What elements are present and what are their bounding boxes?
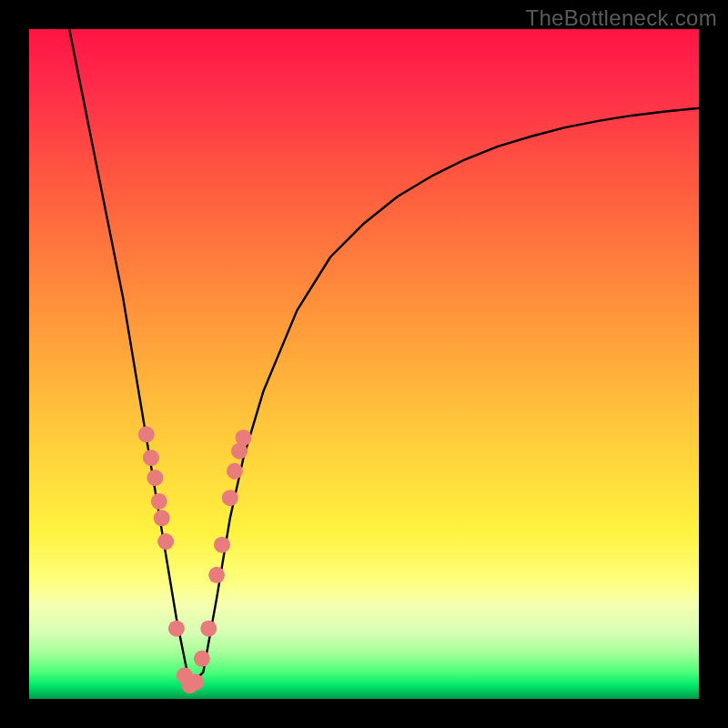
data-point xyxy=(154,510,170,526)
bottleneck-curve-svg xyxy=(29,29,699,699)
bottleneck-curve-path xyxy=(69,29,699,685)
watermark-text: TheBottleneck.com xyxy=(525,5,717,31)
data-point xyxy=(157,533,174,550)
data-point xyxy=(143,450,159,466)
data-point xyxy=(194,651,210,667)
data-point xyxy=(214,537,230,553)
plot-area xyxy=(29,29,699,699)
data-point xyxy=(151,493,167,510)
data-point xyxy=(236,430,252,446)
data-point xyxy=(208,567,225,583)
data-point xyxy=(168,621,185,637)
data-point xyxy=(138,426,155,442)
data-point xyxy=(227,463,243,480)
data-point xyxy=(222,490,238,506)
chart-container: TheBottleneck.com xyxy=(0,0,728,728)
data-point xyxy=(200,621,217,637)
data-point xyxy=(187,674,204,691)
data-point xyxy=(147,470,163,486)
